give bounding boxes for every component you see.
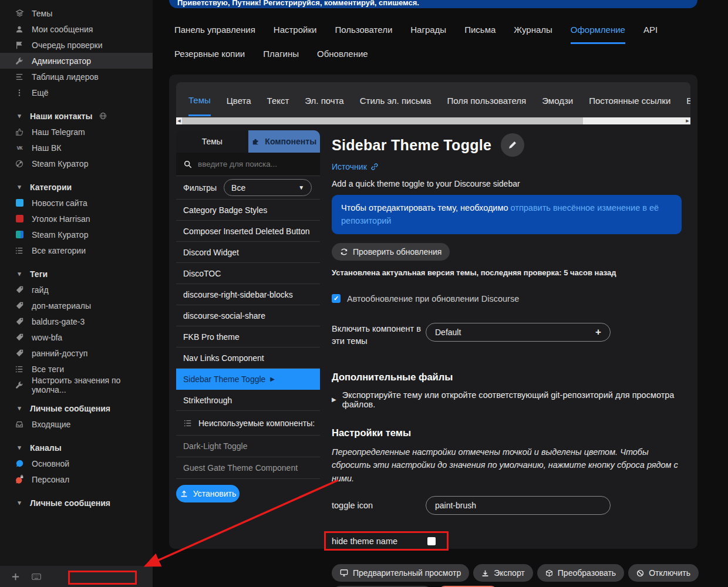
component-item[interactable]: Composer Inserted Deleted Button	[176, 221, 320, 242]
component-item-unused[interactable]: Dark-Light Toggle	[176, 436, 320, 457]
filter-select[interactable]: Все ▼	[224, 179, 312, 196]
sidebar-section-private-messages-2[interactable]: ▾ Личные сообщения	[0, 495, 153, 511]
tab-text[interactable]: Текст	[267, 85, 289, 115]
tab-components-list[interactable]: Компоненты	[248, 130, 321, 153]
tab-embedding[interactable]: Встраив	[686, 85, 690, 115]
preview-button[interactable]: Предварительный просмотр	[332, 564, 469, 582]
tab-api[interactable]: API	[643, 25, 658, 44]
button-label: Преобразовать	[558, 568, 616, 578]
sidebar-item-review-queue[interactable]: Очередь проверки	[0, 37, 153, 53]
sidebar-item-category-harrisan[interactable]: Уголок Harrisan	[0, 211, 153, 227]
button-label: Предварительный просмотр	[353, 568, 461, 578]
convert-button[interactable]: Преобразовать	[537, 564, 624, 582]
tab-logs[interactable]: Журналы	[514, 25, 552, 44]
sidebar-item-my-posts[interactable]: Мои сообщения	[0, 21, 153, 37]
annotation-box-sidebar-footer	[68, 571, 137, 585]
scroll-left-icon[interactable]: ◀	[176, 119, 182, 123]
check-updates-button[interactable]: Проверить обновления	[332, 243, 450, 261]
sidebar-item-label: Steam Куратор	[32, 159, 88, 168]
plus-icon[interactable]: +	[595, 326, 601, 338]
tab-badges[interactable]: Награды	[410, 25, 446, 44]
sidebar-section-categories[interactable]: ▾ Категории	[0, 179, 153, 195]
sidebar-section-contacts[interactable]: ▾ Наши контакты	[0, 108, 153, 124]
tab-emails[interactable]: Письма	[464, 25, 496, 44]
tab-backups[interactable]: Резервные копии	[174, 49, 245, 66]
tab-colors[interactable]: Цвета	[227, 85, 251, 115]
plus-icon[interactable]	[11, 572, 20, 581]
sidebar-item-vk[interactable]: ᴠĸ Наш ВК	[0, 140, 153, 156]
install-button[interactable]: Установить	[176, 485, 240, 502]
component-item[interactable]: Nav Links Component	[176, 348, 320, 369]
unused-components-header: Неиспользуемые компоненты:	[176, 411, 320, 436]
chevron-down-icon: ▾	[15, 183, 24, 191]
sidebar-item-topics[interactable]: Темы	[0, 5, 153, 21]
sidebar-section-channels[interactable]: ▾ Каналы	[0, 440, 153, 456]
component-item[interactable]: FKB Pro theme	[176, 326, 320, 348]
admin-nav: Панель управления Настройки Пользователи…	[174, 25, 658, 44]
sidebar-item-steam-curator[interactable]: Steam Куратор	[0, 156, 153, 171]
source-link[interactable]: Источник	[332, 162, 693, 171]
tab-customize[interactable]: Оформление	[571, 25, 625, 44]
tab-upgrade[interactable]: Обновление	[317, 49, 368, 66]
tab-user-fields[interactable]: Поля пользователя	[447, 85, 526, 115]
components-search-input[interactable]	[198, 160, 298, 168]
component-item[interactable]: Category Badge Styles	[176, 200, 320, 221]
component-item[interactable]: DiscoTOC	[176, 263, 320, 284]
sidebar-item-all-categories[interactable]: Все категории	[0, 242, 153, 258]
sidebar-item-channel-staff[interactable]: Персонал	[0, 471, 153, 487]
sidebar-section-private-messages[interactable]: ▾ Личные сообщения	[0, 400, 153, 416]
sidebar-item-tag-wowbfa[interactable]: wow-bfa	[0, 329, 153, 345]
export-button[interactable]: Экспорт	[473, 564, 533, 582]
component-item-selected[interactable]: Sidebar Theme Toggle ▶	[176, 369, 320, 390]
autoupdate-checkbox[interactable]: ✓	[332, 294, 341, 303]
tab-users[interactable]: Пользователи	[335, 25, 392, 44]
component-item[interactable]: Strikethrough	[176, 390, 320, 411]
disable-button[interactable]: Отключить	[628, 564, 699, 582]
upload-icon	[180, 490, 189, 498]
wrench-icon	[15, 381, 24, 389]
tab-permalinks[interactable]: Постоянные ссылки	[589, 85, 670, 115]
sidebar-item-channel-main[interactable]: Основной	[0, 456, 153, 471]
sidebar-item-inbox[interactable]: Входящие	[0, 416, 153, 432]
sidebar-item-configure-defaults[interactable]: Настроить значения по умолча...	[0, 377, 153, 393]
sidebar-item-tag-guide[interactable]: гайд	[0, 282, 153, 298]
component-item[interactable]: Discord Widget	[176, 242, 320, 263]
sidebar-item-tag-early[interactable]: ранний-доступ	[0, 345, 153, 361]
edit-notice: Чтобы отредактировать тему, необходимо о…	[332, 195, 682, 234]
component-item-unused[interactable]: Guest Gate Theme Component	[176, 457, 320, 479]
wrench-icon	[15, 57, 24, 65]
tabs-scrollbar[interactable]: ◀ ▶	[176, 117, 690, 124]
sidebar-item-category-steam[interactable]: Steam Куратор	[0, 227, 153, 242]
sidebar-item-leaderboard[interactable]: Таблица лидеров	[0, 69, 153, 85]
component-item[interactable]: discourse-right-sidebar-blocks	[176, 284, 320, 305]
sidebar-item-telegram[interactable]: Наш Telegram	[0, 124, 153, 140]
sidebar-item-label: ранний-доступ	[32, 349, 87, 358]
chevron-down-icon: ▼	[298, 184, 304, 191]
tab-themes[interactable]: Темы	[188, 84, 211, 116]
tab-emoji[interactable]: Эмодзи	[542, 85, 573, 115]
caret-right-icon[interactable]: ▶	[332, 396, 336, 403]
tab-themes-list[interactable]: Темы	[176, 130, 248, 153]
tab-settings[interactable]: Настройки	[274, 25, 317, 44]
sidebar-item-admin[interactable]: Администратор	[0, 53, 153, 69]
edit-title-button[interactable]	[501, 133, 524, 157]
include-themes-select[interactable]: Default +	[426, 323, 611, 342]
filters-label: Фильтры	[183, 183, 217, 193]
tab-dashboard[interactable]: Панель управления	[174, 25, 255, 44]
sidebar-item-tag-extras[interactable]: доп-материалы	[0, 298, 153, 313]
tab-plugins[interactable]: Плагины	[263, 49, 299, 66]
setting-toggle-icon-value: paint-brush	[435, 501, 476, 510]
setting-toggle-icon-input[interactable]: paint-brush	[426, 496, 611, 515]
scroll-right-icon[interactable]: ▶	[685, 119, 690, 123]
keyboard-icon[interactable]	[32, 573, 41, 581]
tab-email-style[interactable]: Стиль эл. письма	[360, 85, 432, 115]
sidebar-section-tags[interactable]: ▾ Теги	[0, 266, 153, 282]
sidebar-item-more[interactable]: Ещё	[0, 85, 153, 100]
sidebar-item-all-tags[interactable]: Все теги	[0, 361, 153, 377]
tag-icon	[15, 286, 24, 294]
tab-email[interactable]: Эл. почта	[305, 85, 343, 115]
sidebar-item-category-news[interactable]: Новости сайта	[0, 195, 153, 211]
component-item[interactable]: discourse-social-share	[176, 305, 320, 326]
scrollbar-thumb[interactable]	[182, 117, 583, 124]
sidebar-item-tag-baldurs[interactable]: baldurs-gate-3	[0, 313, 153, 329]
